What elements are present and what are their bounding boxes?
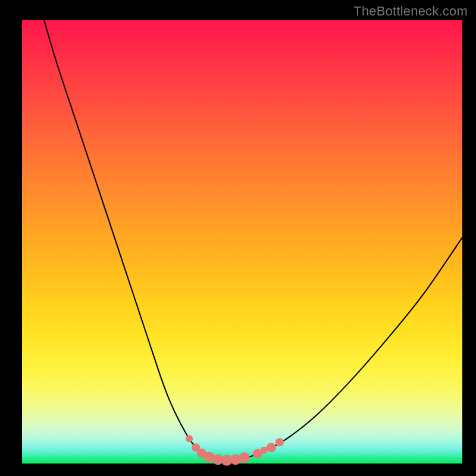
trough-markers	[186, 435, 284, 466]
trough-marker	[267, 443, 276, 452]
trough-marker	[275, 438, 284, 446]
watermark-text: TheBottleneck.com	[353, 4, 468, 19]
chart-frame: TheBottleneck.com	[0, 0, 476, 476]
trough-marker	[230, 454, 241, 465]
bottleneck-curve	[44, 20, 462, 461]
trough-marker	[239, 452, 250, 463]
trough-marker	[186, 435, 193, 442]
chart-svg	[22, 20, 462, 464]
